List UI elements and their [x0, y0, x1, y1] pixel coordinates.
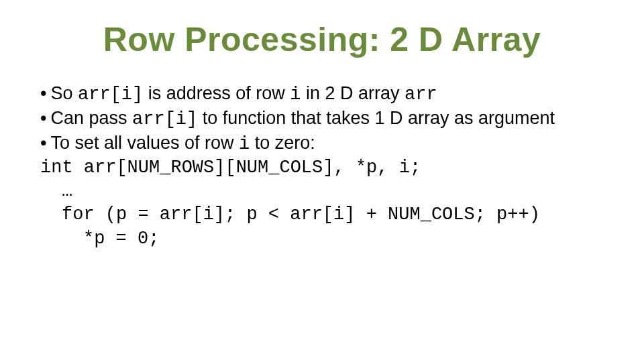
bullet-1-text: So arr[i] is address of row i in 2 D arr… [50, 82, 437, 107]
slide: Row Processing: 2 D Array • So arr[i] is… [0, 0, 644, 362]
code-line-1: int arr[NUM_ROWS][NUM_COLS], *p, i; [40, 156, 604, 180]
text-fragment: in 2 D array [301, 83, 405, 103]
bullet-dot: • [40, 82, 46, 105]
text-fragment: is address of row [143, 83, 290, 103]
bullet-2: • Can pass arr[i] to function that takes… [40, 107, 604, 131]
bullet-3-text: To set all values of row i to zero: [50, 131, 315, 156]
text-fragment: So [50, 83, 78, 103]
code-inline: arr[i] [78, 84, 143, 105]
bullet-dot: • [40, 131, 46, 155]
code-inline: i [239, 134, 250, 154]
code-inline: arr[i] [132, 109, 197, 129]
code-line-2: … [40, 180, 604, 203]
text-fragment: to function that takes 1 D array as argu… [197, 108, 555, 128]
bullet-dot: • [40, 107, 46, 130]
bullet-1: • So arr[i] is address of row i in 2 D a… [40, 82, 604, 107]
text-fragment: to zero: [250, 133, 315, 153]
bullet-2-text: Can pass arr[i] to function that takes 1… [50, 107, 555, 131]
slide-title: Row Processing: 2 D Array [40, 20, 604, 59]
bullet-3: • To set all values of row i to zero: [40, 131, 604, 156]
slide-content: • So arr[i] is address of row i in 2 D a… [40, 82, 604, 251]
text-fragment: Can pass [50, 108, 132, 128]
code-inline: i [290, 84, 301, 105]
text-fragment: To set all values of row [50, 133, 239, 153]
code-inline: arr [405, 84, 437, 105]
code-line-4: *p = 0; [40, 227, 604, 251]
code-line-3: for (p = arr[i]; p < arr[i] + NUM_COLS; … [40, 203, 604, 227]
